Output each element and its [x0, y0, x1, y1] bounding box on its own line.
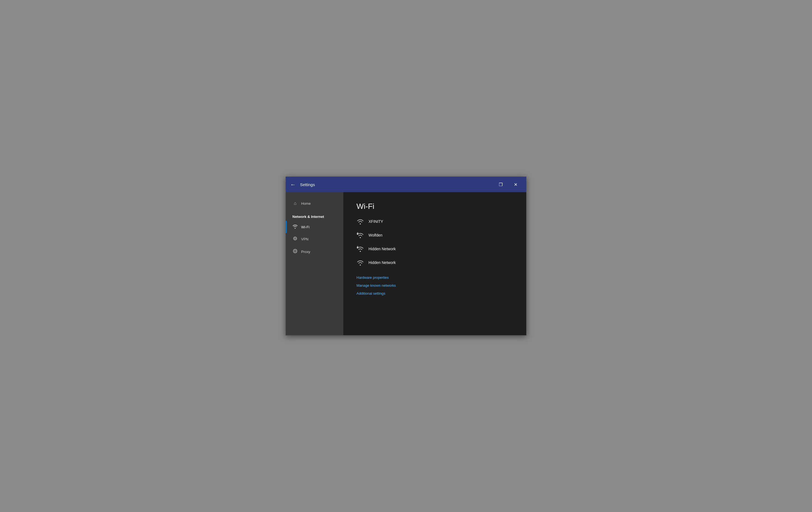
sidebar: ⌂ Home Network & Internet Wi-Fi — [286, 192, 343, 335]
network-name-hidden2: Hidden Network — [369, 260, 396, 265]
network-name-xfinity: XFINITY — [369, 219, 383, 224]
sidebar-section-label: Network & Internet — [286, 209, 343, 221]
sidebar-proxy-label: Proxy — [301, 250, 310, 254]
back-arrow-icon: ← — [290, 182, 296, 188]
wifi-network-icon-wolfden — [356, 232, 364, 238]
restore-button[interactable]: ❐ — [494, 180, 507, 189]
wifi-network-icon-hidden1 — [356, 246, 364, 252]
wifi-sidebar-icon — [292, 224, 298, 230]
hardware-properties-link[interactable]: Hardware properties — [356, 275, 513, 279]
network-item-hidden1[interactable]: Hidden Network — [356, 245, 513, 253]
titlebar: ← Settings ❐ ✕ — [286, 177, 526, 192]
back-button[interactable]: ← — [290, 182, 296, 188]
sidebar-wifi-label: Wi-Fi — [301, 225, 309, 229]
close-button[interactable]: ✕ — [509, 180, 522, 189]
network-name-hidden1: Hidden Network — [369, 247, 396, 251]
settings-window: ← Settings ❐ ✕ ⌂ Home Network & Internet — [286, 177, 526, 335]
wifi-network-icon-xfinity — [356, 218, 364, 224]
network-name-wolfden: Wolfden — [369, 233, 382, 237]
close-icon: ✕ — [514, 182, 517, 187]
sidebar-vpn-label: VPN — [301, 237, 309, 241]
restore-icon: ❐ — [499, 182, 503, 187]
network-item-wolfden[interactable]: Wolfden — [356, 231, 513, 239]
vpn-sidebar-icon — [292, 236, 298, 242]
manage-networks-link[interactable]: Manage known networks — [356, 284, 513, 288]
globe-sidebar-icon — [292, 248, 298, 255]
window-controls: ❐ ✕ — [494, 180, 522, 189]
network-item-hidden2[interactable]: Hidden Network — [356, 259, 513, 267]
sidebar-item-wifi[interactable]: Wi-Fi — [286, 221, 343, 233]
network-list: XFINITY W — [356, 217, 513, 267]
wifi-network-icon-hidden2 — [356, 260, 364, 266]
network-item-xfinity[interactable]: XFINITY — [356, 217, 513, 225]
main-content: Wi-Fi XFINITY — [343, 192, 526, 335]
sidebar-home-label: Home — [301, 201, 311, 206]
additional-settings-link[interactable]: Additional settings — [356, 291, 513, 295]
sidebar-item-vpn[interactable]: VPN — [286, 233, 343, 245]
links-section: Hardware properties Manage known network… — [356, 275, 513, 295]
svg-rect-11 — [357, 233, 359, 235]
content-area: ⌂ Home Network & Internet Wi-Fi — [286, 192, 526, 335]
home-icon: ⌂ — [292, 201, 298, 206]
svg-rect-13 — [357, 247, 359, 248]
sidebar-item-proxy[interactable]: Proxy — [286, 245, 343, 258]
window-title: Settings — [300, 182, 494, 187]
page-title: Wi-Fi — [356, 202, 513, 211]
sidebar-item-home[interactable]: ⌂ Home — [286, 198, 343, 209]
